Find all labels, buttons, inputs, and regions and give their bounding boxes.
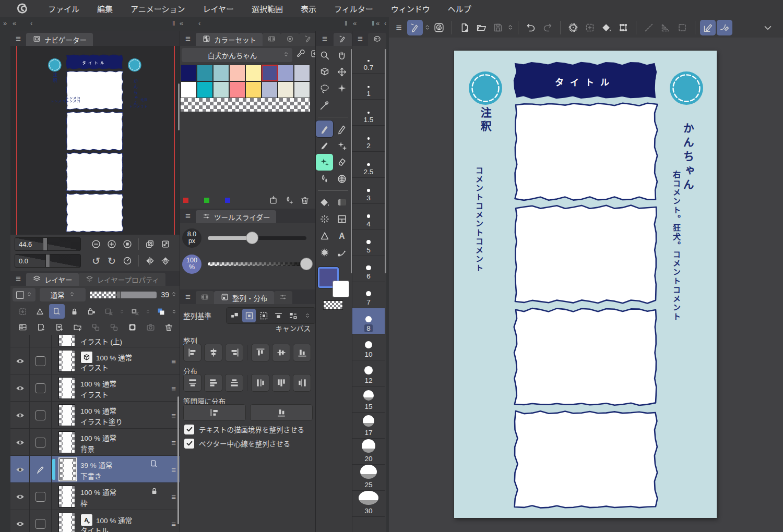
layer-checkbox[interactable]	[29, 374, 52, 402]
collapse-arrows-icon[interactable]: «	[376, 19, 379, 27]
brush-size-slider[interactable]	[208, 236, 306, 240]
layers-menu-icon[interactable]: ≡	[10, 272, 26, 286]
layer-menu-icon[interactable]: ≡	[171, 519, 176, 528]
distribute-button-dM[interactable]	[204, 374, 222, 392]
align-button-aT[interactable]	[251, 344, 269, 361]
new-vector-layer-button[interactable]	[51, 320, 67, 334]
deselect-button[interactable]	[582, 20, 598, 35]
menu-item-1[interactable]: 編集	[97, 3, 113, 14]
transparent-swatch-row[interactable]	[181, 98, 310, 112]
align-menu-icon[interactable]: ≡	[180, 291, 196, 304]
color-swatch[interactable]	[262, 81, 278, 98]
layer-visibility-toggle[interactable]	[10, 429, 30, 456]
layer-visibility-toggle[interactable]	[10, 335, 30, 347]
align-button-aC[interactable]	[204, 344, 222, 361]
redo-button[interactable]	[540, 20, 555, 35]
flip-horizontal-button[interactable]	[142, 253, 158, 268]
tool-lasso[interactable]	[316, 80, 333, 97]
collapse-arrow-icon[interactable]: ‹	[198, 19, 200, 27]
layer-row-イラスト[interactable]: 100 % 通常イラスト≡	[10, 374, 180, 402]
tool-object[interactable]	[316, 64, 333, 80]
tab-align-distribute[interactable]: 整列・分布	[214, 291, 274, 304]
layer-thumbnail[interactable]	[58, 513, 75, 532]
zoom-out-button[interactable]	[88, 237, 104, 251]
layer-thumbnail[interactable]	[60, 458, 76, 480]
snap-to-special-ruler-button[interactable]	[717, 20, 732, 35]
menu-item-6[interactable]: フィルター	[334, 3, 373, 14]
open-file-button[interactable]	[473, 20, 489, 35]
layer-color-spinner[interactable]	[170, 304, 177, 319]
brush-size-option-15[interactable]: 15	[352, 386, 385, 413]
brush-size-option-7[interactable]: 7	[352, 282, 385, 308]
brush-size-badge[interactable]: 8.0px	[182, 228, 201, 248]
layer-row-イラスト塗り[interactable]: 100 % 通常イラスト塗り≡	[10, 402, 180, 429]
layer-row-背景[interactable]: 100 % 通常背景≡	[10, 429, 180, 456]
new-raster-layer-button[interactable]	[33, 320, 49, 334]
layer-checkbox[interactable]	[29, 510, 52, 532]
layer-visibility-toggle[interactable]	[10, 510, 30, 532]
tool-slider-menu-icon[interactable]: ≡	[180, 210, 196, 223]
layer-checkbox[interactable]	[29, 483, 52, 510]
layer-menu-icon[interactable]: ≡	[171, 438, 176, 447]
tool-text[interactable]: A	[333, 227, 350, 244]
selection-fill-button[interactable]	[658, 20, 673, 35]
layer-menu-icon[interactable]: ≡	[171, 492, 176, 501]
tool-gradient[interactable]	[333, 194, 350, 211]
brush-size-option-0.7[interactable]: 0.7	[352, 47, 385, 74]
color-swatch[interactable]	[181, 81, 197, 98]
transfer-to-layer-button[interactable]	[88, 320, 103, 334]
fit-to-window-button[interactable]	[158, 237, 173, 251]
canvas-document[interactable]: タイトル 注釈 コメントコメントコメント かんちゃん 右コメント。狂犬。コメント…	[454, 51, 717, 518]
layer-list-view-button[interactable]	[15, 320, 30, 334]
ruler-spinner[interactable]	[118, 304, 125, 319]
menu-item-8[interactable]: ヘルプ	[448, 3, 471, 14]
layer-visibility-toggle[interactable]	[10, 402, 30, 429]
collapse-arrow-icon[interactable]: ‹	[384, 19, 386, 27]
distribute-button-dC[interactable]	[272, 374, 290, 392]
layer-visibility-toggle[interactable]	[10, 374, 30, 402]
panel-handle-icon[interactable]: ‖	[345, 19, 347, 27]
tab-tool-property[interactable]	[274, 291, 292, 304]
tab-layer-property[interactable]: レイヤープロパティ	[79, 273, 165, 286]
tool-figure[interactable]	[316, 227, 333, 244]
layer-thumbnail[interactable]	[58, 486, 75, 507]
align-vector-center-checkbox[interactable]: ベクター中心線を整列させる	[184, 438, 290, 449]
save-options-spinner[interactable]	[506, 20, 514, 35]
layer-thumbnail[interactable]	[58, 350, 75, 372]
zoom-reset-button[interactable]	[120, 237, 135, 251]
align-button-aL[interactable]	[183, 344, 201, 361]
align-basis-spinner[interactable]	[301, 309, 314, 322]
color-swatch[interactable]	[213, 65, 229, 81]
collapse-arrow-icon[interactable]: ‹	[30, 19, 32, 27]
color-swatch[interactable]	[197, 65, 213, 81]
tool-liquify[interactable]	[333, 171, 350, 187]
tool-panel-menu-icon[interactable]: ≡	[316, 32, 334, 46]
rotate-reset-button[interactable]	[120, 253, 135, 268]
sub-color-swatch[interactable]	[333, 281, 349, 297]
brush-size-option-8[interactable]: 8	[352, 308, 385, 334]
undo-button[interactable]	[523, 20, 539, 35]
layer-checkbox[interactable]	[29, 402, 52, 429]
tool-brush[interactable]	[316, 137, 333, 154]
layer-edit-target-icon[interactable]	[29, 456, 52, 483]
tab-layers[interactable]: レイヤー	[26, 273, 79, 286]
draw-on-layer-button[interactable]	[49, 304, 65, 319]
menu-item-5[interactable]: 表示	[301, 3, 316, 14]
color-swatch[interactable]	[294, 81, 310, 98]
delete-layer-button[interactable]	[161, 320, 176, 334]
fit-to-screen-button[interactable]	[142, 237, 158, 251]
lock-layer-button[interactable]	[66, 304, 82, 319]
tab-tools[interactable]	[334, 33, 352, 46]
merge-down-button[interactable]	[106, 320, 122, 334]
color-swatch[interactable]	[229, 81, 245, 98]
brush-size-option-20[interactable]: 20	[352, 439, 385, 465]
panel-handle-icon[interactable]: ‖	[172, 19, 175, 27]
menu-item-4[interactable]: 選択範囲	[252, 3, 283, 14]
brush-size-option-4[interactable]: 4	[352, 204, 385, 230]
distribute-button-dB[interactable]	[225, 374, 243, 392]
layer-checkbox[interactable]	[29, 429, 52, 456]
tool-move[interactable]	[333, 64, 350, 80]
color-set-select[interactable]: 白犬かんちゃん	[182, 48, 292, 62]
color-swatch[interactable]	[245, 65, 262, 81]
snap-to-ruler-button[interactable]	[700, 20, 716, 35]
